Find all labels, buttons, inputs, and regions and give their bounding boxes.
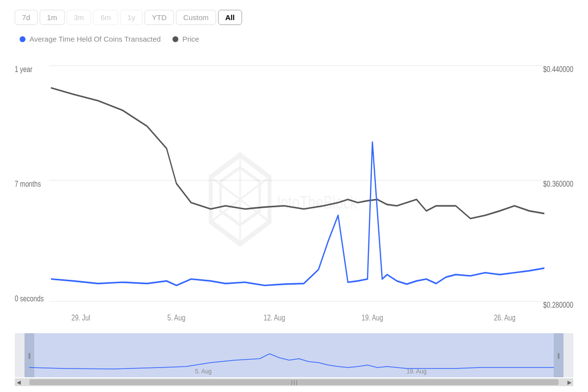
svg-text:◀: ◀ [17,379,21,385]
svg-text:19. Aug: 19. Aug [362,313,383,322]
filter-6m[interactable]: 6m [93,10,118,25]
svg-text:5. Aug: 5. Aug [168,313,186,322]
legend-dot-dark [172,36,178,42]
time-filter-bar: 7d 1m 3m 6m 1y YTD Custom All [15,10,573,25]
legend-item-avg-time: Average Time Held Of Coins Transacted [20,35,161,43]
chart-navigator[interactable]: ∥ ∥ 5. Aug 19. Aug ◀ ▶ ∣∣∣ [15,333,573,387]
svg-text:$0.440000: $0.440000 [543,64,573,74]
svg-text:7 months: 7 months [15,179,41,188]
svg-text:0 seconds: 0 seconds [15,294,44,303]
filter-ytd[interactable]: YTD [145,10,174,25]
legend-item-price: Price [172,35,199,43]
svg-rect-21 [29,333,559,377]
svg-text:IntoTheBlock: IntoTheBlock [277,193,357,213]
svg-text:12. Aug: 12. Aug [264,313,285,322]
legend-dot-blue [20,36,25,42]
svg-text:26. Aug: 26. Aug [494,313,515,322]
svg-text:5. Aug: 5. Aug [195,368,212,375]
legend-label-avg-time: Average Time Held Of Coins Transacted [29,35,161,43]
svg-text:∥: ∥ [557,352,560,359]
svg-text:▶: ▶ [567,379,572,385]
svg-text:$0.360000: $0.360000 [543,179,573,188]
filter-custom[interactable]: Custom [176,10,216,25]
svg-text:∣∣∣: ∣∣∣ [291,380,298,386]
svg-text:19. Aug: 19. Aug [407,368,427,375]
legend-label-price: Price [182,35,199,43]
filter-7d[interactable]: 7d [15,10,38,25]
svg-text:1 year: 1 year [15,64,32,74]
main-chart[interactable]: 1 year 7 months 0 seconds $0.440000 $0.3… [15,53,573,333]
chart-area: 1 year 7 months 0 seconds $0.440000 $0.3… [15,53,573,387]
chart-legend: Average Time Held Of Coins Transacted Pr… [15,35,573,43]
svg-text:29. Jul: 29. Jul [72,313,90,322]
svg-text:$0.280000: $0.280000 [543,300,573,309]
filter-all[interactable]: All [218,10,242,25]
filter-1m[interactable]: 1m [40,10,65,25]
filter-3m[interactable]: 3m [67,10,92,25]
svg-text:∥: ∥ [28,352,31,359]
filter-1y[interactable]: 1y [120,10,143,25]
